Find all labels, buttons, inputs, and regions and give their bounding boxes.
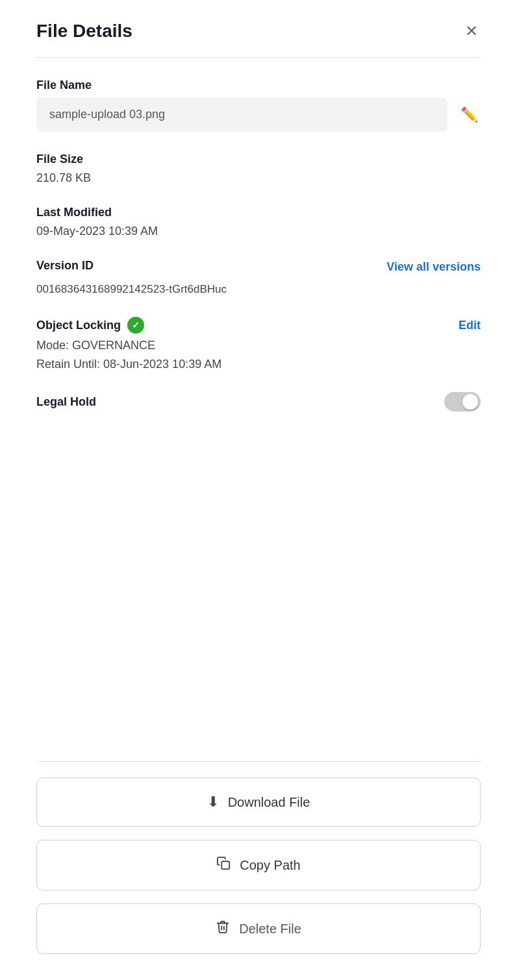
legal-hold-label: Legal Hold [36,395,96,409]
last-modified-field: Last Modified 09-May-2023 10:39 AM [36,206,481,238]
close-icon: ✕ [465,23,478,39]
file-size-field: File Size 210.78 KB [36,153,481,185]
copy-path-label: Copy Path [240,858,300,873]
copy-path-button[interactable]: Copy Path [36,840,481,890]
actions-section: ⬇ Download File Copy Path [0,762,517,980]
copy-icon [216,856,231,874]
file-name-field: File Name ✏️ [36,79,481,132]
last-modified-value: 09-May-2023 10:39 AM [36,225,481,238]
version-id-field: Version ID View all versions 00168364316… [36,259,481,296]
object-locking-status-icon: ✓ [127,317,144,334]
delete-file-label: Delete File [239,922,301,937]
download-file-label: Download File [228,795,310,810]
object-locking-mode: Mode: GOVERNANCE [36,339,481,352]
object-locking-edit-link[interactable]: Edit [459,319,481,332]
delete-file-button[interactable]: Delete File [36,903,481,954]
file-name-label: File Name [36,79,481,92]
panel-title: File Details [36,21,132,42]
object-locking-label: Object Locking [36,319,121,332]
pencil-icon: ✏️ [460,106,478,123]
file-name-row: ✏️ [36,97,481,132]
panel-header: File Details ✕ [0,0,517,57]
download-icon: ⬇ [207,794,219,811]
svg-rect-0 [222,861,230,869]
version-id-header-row: Version ID View all versions [36,259,481,274]
version-id-value: 001683643168992142523-tGrt6dBHuc [36,283,481,296]
object-locking-header: Object Locking ✓ Edit [36,317,481,334]
close-button[interactable]: ✕ [462,21,481,42]
object-locking-label-row: Object Locking ✓ [36,317,144,334]
file-details-panel: File Details ✕ File Name ✏️ File Size 21… [0,0,517,980]
file-size-value: 210.78 KB [36,171,481,185]
download-file-button[interactable]: ⬇ Download File [36,778,481,827]
file-size-label: File Size [36,153,481,166]
legal-hold-toggle[interactable] [444,392,481,411]
edit-filename-button[interactable]: ✏️ [458,104,481,126]
last-modified-label: Last Modified [36,206,481,219]
view-all-versions-link[interactable]: View all versions [386,259,481,274]
version-id-label: Version ID [36,259,94,273]
panel-content: File Name ✏️ File Size 210.78 KB Last Mo… [0,58,517,756]
file-name-input[interactable] [36,97,448,132]
legal-hold-field: Legal Hold [36,392,481,411]
object-locking-field: Object Locking ✓ Edit Mode: GOVERNANCE R… [36,317,481,371]
trash-icon [216,920,230,938]
object-locking-retain: Retain Until: 08-Jun-2023 10:39 AM [36,358,481,371]
